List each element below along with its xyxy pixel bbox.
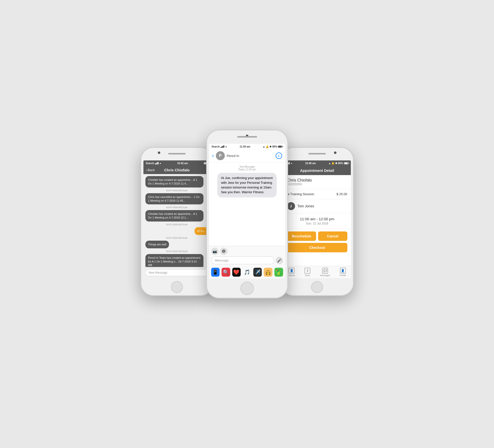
mic-button[interactable]: 🎤	[276, 257, 283, 264]
message-bubble-6: Pencil In Team has created an appointmen…	[145, 254, 204, 267]
message-bubble-2: Chris has cancelled an appointmen... 1 O…	[145, 193, 204, 205]
right-screen: ▲ 10:48 am ▲ 🔔 ✱ 90% Appointme	[284, 160, 351, 278]
search-label: Search	[146, 162, 154, 165]
store-icon: $	[304, 268, 310, 274]
center-speaker	[237, 136, 257, 138]
service-name: al Training Session	[287, 192, 314, 196]
left-screen: Search ▲ 10:42 am	[143, 160, 211, 278]
appt-detail-title: Appointment Detail	[300, 168, 334, 173]
message-input[interactable]: New Message	[145, 269, 209, 276]
center-nav-bar: ‹ P Pencil In i	[209, 149, 285, 162]
app-icon-appstore[interactable]: 📱	[211, 268, 220, 277]
right-speaker	[308, 153, 326, 154]
app-icon-plane[interactable]: ✈️	[253, 268, 262, 277]
msg-time-3: 03-07-2018 08:22 pm	[145, 223, 209, 226]
right-wifi-icon: ▲	[291, 162, 293, 164]
back-label: Back	[148, 168, 155, 172]
right-time: 10:48 am	[305, 162, 316, 165]
actions-row: Reschedule Cancel	[287, 231, 347, 241]
left-home-button[interactable]	[171, 281, 183, 293]
client-name: Chris Chiofalo	[287, 178, 347, 183]
center-wifi-icon: ▲	[225, 145, 227, 148]
center-search-label: Search	[212, 145, 220, 148]
app-row: 📱 🔍 ❤️ 🎵 ✈️ 👸 🦜	[209, 266, 285, 279]
scene: Search ▲ 10:42 am	[135, 122, 359, 326]
imessage-bubble: Hi Joe, confirming your appointment with…	[217, 173, 277, 197]
appt-date: Sun. 22 Jul 2018	[287, 222, 347, 225]
message-input-bar: New Message	[143, 267, 211, 278]
reschedule-button[interactable]: Reschedule	[287, 231, 316, 241]
imessage-input[interactable]: iMessage	[211, 257, 274, 264]
app-icon-music[interactable]: 🎵	[243, 268, 251, 277]
client-phone: 432055956	[287, 183, 347, 186]
profile-label: Profile	[340, 274, 346, 277]
imessage-input-row: iMessage 🎤	[211, 257, 283, 264]
client-section: Chris Chiofalo 432055956	[284, 175, 351, 189]
left-camera	[158, 151, 160, 154]
msg-time-1: 03-07-2018 08:22 pm	[145, 189, 209, 192]
center-home-button[interactable]	[240, 282, 254, 295]
checkout-button[interactable]: Checkout	[287, 243, 347, 252]
center-battery-icon	[278, 146, 282, 148]
right-status-bar: ▲ 10:48 am ▲ 🔔 ✱ 90%	[284, 160, 351, 166]
appstore-button[interactable]: 🅐	[220, 248, 228, 255]
tab-messages[interactable]: 💬 Messages	[320, 268, 330, 277]
message-bubble-5: Things are well	[145, 241, 169, 248]
messages-label: Messages	[320, 274, 330, 277]
tab-store[interactable]: $ Store	[304, 268, 310, 277]
nav-title: Chris Chiofalo	[164, 168, 190, 172]
service-price: $ 25.00	[336, 192, 347, 196]
back-chevron: ‹	[146, 168, 147, 172]
app-icon-bird[interactable]: 🦜	[274, 268, 283, 277]
contact-avatar: P	[216, 151, 225, 160]
center-back-button[interactable]: ‹	[212, 152, 214, 159]
tab-profile[interactable]: 👤 Profile	[340, 268, 346, 277]
messages-icon: 💬	[322, 268, 328, 274]
time-section: 11:00 am - 12:00 pm Sun. 22 Jul 2018	[284, 213, 351, 229]
right-home-button[interactable]	[311, 281, 323, 293]
center-screen: Search ▲ 11:03 am ▲ 🔔 ✱ 86%	[209, 144, 285, 279]
imessage-toolbar: 📷 🅐	[211, 248, 283, 255]
tab-clients[interactable]: 👤 Clients	[288, 268, 295, 277]
location-icon: ▲	[263, 145, 265, 148]
signal-icon	[155, 162, 159, 164]
message-bubble-3: Chiofalo has created an appointme... A 1…	[145, 210, 204, 222]
message-meta-label: Text Message Today 11:03 am	[238, 165, 256, 171]
right-nav-bar: Appointment Detail	[284, 166, 351, 175]
message-input-placeholder: New Message	[149, 271, 167, 274]
center-signal-icon	[221, 145, 224, 148]
appt-actions: Reschedule Cancel Checkout	[284, 229, 351, 255]
contact-name: Pencil In	[227, 154, 239, 158]
wifi-icon: ▲	[159, 162, 162, 164]
appt-time: 11:00 am - 12:00 pm	[287, 217, 347, 221]
app-icon-search[interactable]: 🔍	[222, 268, 230, 277]
service-row: al Training Session $ 25.00	[284, 189, 351, 199]
center-battery-pct: 86%	[272, 145, 277, 148]
app-icon-heart[interactable]: ❤️	[232, 268, 241, 277]
store-label: Store	[305, 274, 310, 277]
bluetooth-icon: ✱	[269, 145, 271, 148]
imessage-area: Text Message Today 11:03 am Hi Joe, conf…	[209, 162, 285, 246]
right-camera	[334, 151, 336, 154]
msg-time-4: 03-07-2018 08:22 pm	[145, 237, 209, 239]
center-status-bar: Search ▲ 11:03 am ▲ 🔔 ✱ 86%	[209, 144, 285, 149]
trainer-row: J Tom Jones	[284, 199, 351, 213]
camera-button[interactable]: 📷	[211, 248, 219, 255]
alarm-icon: 🔔	[266, 145, 269, 148]
right-alarm-icon: 🔔	[331, 162, 334, 165]
info-button[interactable]: i	[276, 152, 282, 159]
right-battery-pct: 90%	[338, 162, 343, 165]
messages-list: Chiofalo has created an appointme... A 1…	[143, 174, 211, 267]
back-button[interactable]: ‹ Back	[146, 168, 155, 172]
cancel-button[interactable]: Cancel	[318, 231, 347, 241]
appointment-detail: Chris Chiofalo 432055956 al Training Ses…	[284, 175, 351, 266]
right-location-icon: ▲	[329, 162, 331, 165]
right-bluetooth-icon: ✱	[335, 162, 337, 165]
clients-icon: 👤	[289, 268, 295, 274]
phone-right: ▲ 10:48 am ▲ 🔔 ✱ 90% Appointme	[281, 147, 354, 296]
message-bubble-1: Chiofalo has created an appointme... A 1…	[145, 176, 204, 187]
app-icon-character[interactable]: 👸	[264, 268, 272, 277]
tab-bar: 👤 Clients $ Store 💬 Messages 👤 Profile	[284, 266, 351, 278]
msg-time-2: 03-07-2018 08:22 pm	[145, 206, 209, 209]
left-status-bar: Search ▲ 10:42 am	[143, 160, 211, 166]
